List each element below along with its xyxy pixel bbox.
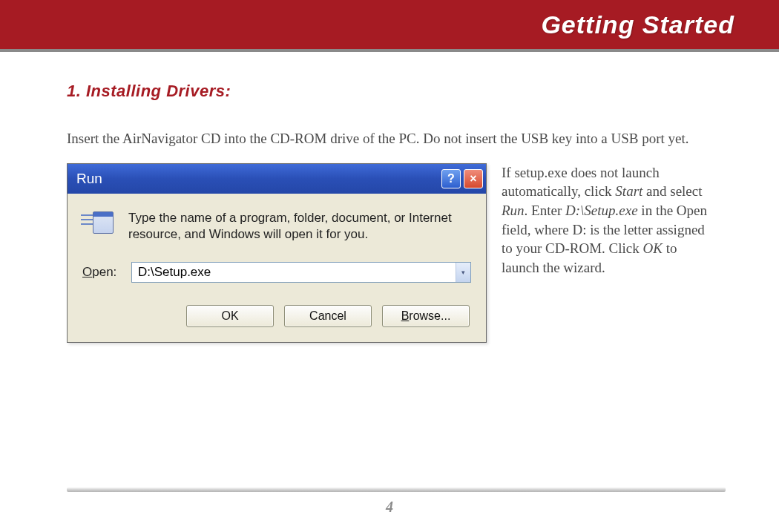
titlebar-title: Run — [76, 171, 438, 187]
browse-button[interactable]: Browse... — [382, 305, 470, 327]
section-heading: 1. Installing Drivers: — [67, 82, 726, 101]
run-icon — [82, 211, 115, 238]
figure-and-text-row: Run ? × — [67, 163, 726, 343]
content-area: 1. Installing Drivers: Insert the AirNav… — [0, 52, 779, 343]
footer-rule — [67, 487, 726, 492]
dialog-prompt: Type the name of a program, folder, docu… — [128, 210, 471, 243]
help-icon: ? — [447, 172, 455, 185]
run-dialog-screenshot: Run ? × — [67, 163, 487, 343]
page-number: 4 — [0, 499, 779, 516]
ok-button[interactable]: OK — [186, 305, 274, 327]
chevron-down-icon: ▾ — [461, 269, 465, 276]
close-button[interactable]: × — [464, 169, 483, 188]
open-label: Open: — [82, 265, 122, 280]
open-combobox[interactable]: ▾ — [131, 262, 471, 283]
intro-paragraph: Insert the AirNavigator CD into the CD-R… — [67, 129, 720, 148]
dropdown-button[interactable]: ▾ — [456, 263, 470, 282]
side-paragraph: If setup.exe does not launch automatical… — [502, 163, 717, 343]
dialog-body: Type the name of a program, folder, docu… — [68, 194, 486, 342]
manual-page: Getting Started 1. Installing Drivers: I… — [0, 0, 779, 532]
open-row: Open: ▾ — [82, 262, 471, 283]
open-input[interactable] — [132, 263, 456, 282]
dialog-body-top: Type the name of a program, folder, docu… — [82, 210, 471, 243]
run-dialog: Run ? × — [67, 163, 487, 343]
help-button[interactable]: ? — [441, 169, 461, 188]
titlebar[interactable]: Run ? × — [68, 164, 486, 194]
header-title: Getting Started — [541, 10, 734, 39]
dialog-button-row: OK Cancel Browse... — [82, 305, 471, 327]
close-icon: × — [470, 172, 476, 185]
cancel-button[interactable]: Cancel — [284, 305, 372, 327]
header-band: Getting Started — [0, 0, 779, 52]
